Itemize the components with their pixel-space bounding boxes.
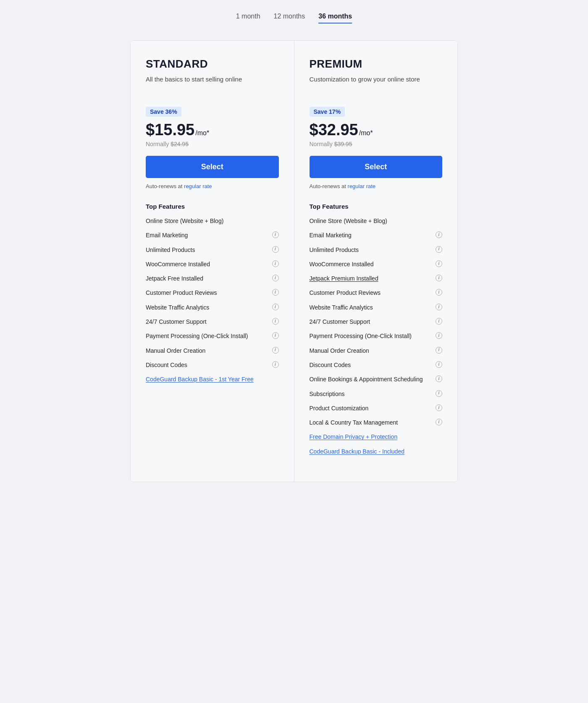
plan-premium-select-button[interactable]: Select [310, 156, 443, 178]
feature-standard-8: Payment Processing (One-Click Install)i [146, 332, 279, 340]
plan-standard-regular-rate-link[interactable]: regular rate [184, 183, 212, 189]
info-icon-discount-std[interactable]: i [272, 361, 279, 368]
feature-premium-13: Product Customizationi [310, 404, 443, 412]
feature-premium-7: 24/7 Customer Supporti [310, 317, 443, 326]
feature-standard-4: Jetpack Free Installedi [146, 274, 279, 283]
plan-standard-save: Save 36% [146, 107, 181, 117]
info-icon-jetpack-prem[interactable]: i [436, 275, 442, 281]
feature-premium-12: Subscriptionsi [310, 390, 443, 398]
tab-1month[interactable]: 1 month [236, 13, 260, 24]
plan-premium-features-list: Online Store (Website + Blog) Email Mark… [310, 217, 443, 456]
billing-tabs: 1 month 12 months 36 months [236, 13, 352, 24]
info-icon-subscriptions-prem[interactable]: i [436, 390, 442, 397]
plan-standard-normal-price: Normally $24.95 [146, 141, 279, 147]
plan-premium-regular-rate-link[interactable]: regular rate [348, 183, 375, 189]
feature-standard-2: Unlimited Productsi [146, 246, 279, 254]
plan-premium-normal-price: Normally $39.95 [310, 141, 443, 147]
info-icon-email-marketing-std[interactable]: i [272, 231, 279, 238]
feature-standard-11[interactable]: CodeGuard Backup Basic - 1st Year Free [146, 375, 279, 383]
feature-premium-16[interactable]: CodeGuard Backup Basic - Included [310, 447, 443, 456]
feature-standard-0: Online Store (Website + Blog) [146, 217, 279, 225]
plans-container: STANDARD All the basics to start selling… [130, 40, 458, 482]
feature-premium-10: Discount Codesi [310, 361, 443, 369]
info-icon-unlimited-products-std[interactable]: i [272, 246, 279, 253]
info-icon-product-custom-prem[interactable]: i [436, 404, 442, 411]
info-icon-manual-order-std[interactable]: i [272, 347, 279, 354]
feature-standard-1: Email Marketingi [146, 231, 279, 239]
info-icon-reviews-std[interactable]: i [272, 289, 279, 296]
feature-premium-8: Payment Processing (One-Click Install)i [310, 332, 443, 340]
plan-premium-price-per: /mo* [359, 129, 373, 137]
info-icon-woocommerce-std[interactable]: i [272, 260, 279, 267]
plan-standard-features-title: Top Features [146, 203, 279, 210]
plan-premium-features-title: Top Features [310, 203, 443, 210]
plan-premium: PREMIUM Customization to grow your onlin… [294, 41, 458, 482]
plan-premium-save: Save 17% [310, 107, 345, 117]
info-icon-manual-order-prem[interactable]: i [436, 347, 442, 354]
plan-premium-price-row: $32.95 /mo* [310, 121, 443, 139]
feature-standard-5: Customer Product Reviewsi [146, 289, 279, 297]
info-icon-support-prem[interactable]: i [436, 318, 442, 325]
feature-premium-0: Online Store (Website + Blog) [310, 217, 443, 225]
info-icon-woocommerce-prem[interactable]: i [436, 260, 442, 267]
feature-standard-10: Discount Codesi [146, 361, 279, 369]
plan-standard: STANDARD All the basics to start selling… [131, 41, 294, 482]
feature-premium-11: Online Bookings & Appointment Scheduling… [310, 375, 443, 383]
info-icon-payment-prem[interactable]: i [436, 332, 442, 339]
info-icon-support-std[interactable]: i [272, 318, 279, 325]
feature-premium-4: Jetpack Premium Installedi [310, 274, 443, 283]
info-icon-tax-prem[interactable]: i [436, 419, 442, 425]
feature-premium-3: WooCommerce Installedi [310, 260, 443, 268]
plan-premium-auto-renew: Auto-renews at regular rate [310, 183, 443, 189]
feature-premium-15[interactable]: Free Domain Privacy + Protection [310, 433, 443, 441]
info-icon-payment-std[interactable]: i [272, 332, 279, 339]
plan-standard-price-per: /mo* [195, 129, 209, 137]
feature-premium-2: Unlimited Productsi [310, 246, 443, 254]
feature-premium-14: Local & Country Tax Managementi [310, 418, 443, 427]
info-icon-unlimited-products-prem[interactable]: i [436, 246, 442, 253]
plan-standard-price: $15.95 [146, 121, 194, 139]
info-icon-email-marketing-prem[interactable]: i [436, 231, 442, 238]
plan-premium-name: PREMIUM [310, 58, 443, 71]
plan-premium-price: $32.95 [310, 121, 358, 139]
tab-36months[interactable]: 36 months [318, 13, 352, 24]
plan-standard-price-row: $15.95 /mo* [146, 121, 279, 139]
plan-standard-features-list: Online Store (Website + Blog) Email Mark… [146, 217, 279, 384]
info-icon-reviews-prem[interactable]: i [436, 289, 442, 296]
info-icon-jetpack-std[interactable]: i [272, 275, 279, 281]
feature-standard-3: WooCommerce Installedi [146, 260, 279, 268]
plan-standard-select-button[interactable]: Select [146, 156, 279, 178]
feature-standard-6: Website Traffic Analyticsi [146, 303, 279, 312]
info-icon-analytics-prem[interactable]: i [436, 304, 442, 310]
info-icon-bookings-prem[interactable]: i [436, 375, 442, 382]
feature-premium-9: Manual Order Creationi [310, 346, 443, 355]
plan-standard-desc: All the basics to start selling online [146, 75, 279, 95]
feature-premium-5: Customer Product Reviewsi [310, 289, 443, 297]
plan-standard-name: STANDARD [146, 58, 279, 71]
plan-premium-desc: Customization to grow your online store [310, 75, 443, 95]
feature-standard-7: 24/7 Customer Supporti [146, 317, 279, 326]
info-icon-analytics-std[interactable]: i [272, 304, 279, 310]
feature-premium-1: Email Marketingi [310, 231, 443, 239]
info-icon-discount-prem[interactable]: i [436, 361, 442, 368]
plan-standard-auto-renew: Auto-renews at regular rate [146, 183, 279, 189]
tab-12months[interactable]: 12 months [274, 13, 305, 24]
feature-standard-9: Manual Order Creationi [146, 346, 279, 355]
feature-premium-6: Website Traffic Analyticsi [310, 303, 443, 312]
